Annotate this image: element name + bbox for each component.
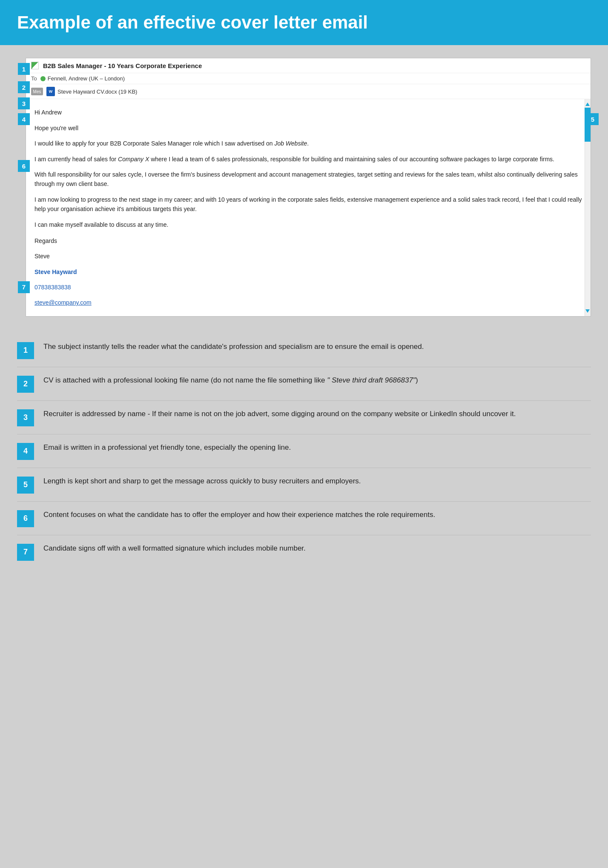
email-body: Hi Andrew Hope you're well I would like …	[26, 99, 591, 316]
email-client-icon	[31, 62, 39, 69]
badge-6: 6	[18, 160, 30, 172]
tips-list: 1 The subject instantly tells the reader…	[17, 334, 591, 568]
word-icon: W	[46, 87, 55, 96]
tip-text-3: Recruiter is addressed by name - If thei…	[43, 408, 591, 420]
page-title: Example of an effective cover letter ema…	[17, 12, 591, 33]
email-signature: Regards Steve Steve Hayward 07838383838 …	[34, 236, 582, 308]
email-body-para-3: With full responsibility for our sales c…	[34, 170, 582, 189]
tip-item-3: 3 Recruiter is addressed by name - If th…	[17, 401, 591, 434]
scroll-up-icon[interactable]	[585, 103, 590, 106]
email-opening: Hope you're well	[34, 123, 582, 133]
email-attachment-row: Mes W Steve Hayward CV.docx (19 KB)	[26, 84, 591, 99]
italic-website: Job Website	[274, 140, 307, 147]
sign-name: Steve	[34, 251, 582, 261]
tip-item-7: 7 Candidate signs off with a well format…	[17, 535, 591, 568]
tip-text-4: Email is written in a professional yet f…	[43, 442, 591, 453]
email-subject-row: B2B Sales Manager - 10 Years Corporate E…	[26, 58, 591, 73]
attachment-filename: Steve Hayward CV.docx (19 KB)	[57, 89, 137, 95]
scroll-down-icon[interactable]	[585, 309, 590, 313]
badge-4: 4	[18, 113, 30, 125]
page-header: Example of an effective cover letter ema…	[0, 0, 608, 45]
email-recipient: Fennell, Andrew (UK – London)	[48, 75, 125, 82]
email-subject: B2B Sales Manager - 10 Years Corporate E…	[43, 62, 202, 69]
tip-badge-7: 7	[17, 544, 34, 561]
tip-badge-6: 6	[17, 510, 34, 527]
tip-text-7: Candidate signs off with a well formatte…	[43, 543, 591, 554]
email-body-para-5: I can make myself available to discuss a…	[34, 220, 582, 229]
tip-text-5: Length is kept short and sharp to get th…	[43, 476, 591, 487]
email-greeting: Hi Andrew	[34, 108, 582, 117]
tip-item-5: 5 Length is kept short and sharp to get …	[17, 468, 591, 502]
tip-text-1: The subject instantly tells the reader w…	[43, 341, 591, 352]
badge-7: 7	[18, 281, 30, 293]
email-body-para-2: I am currently head of sales for Company…	[34, 154, 582, 164]
tip-text-2: CV is attached with a professional looki…	[43, 375, 591, 386]
email-mockup: B2B Sales Manager - 10 Years Corporate E…	[26, 58, 591, 316]
tip-badge-5: 5	[17, 477, 34, 494]
contact-dot	[40, 76, 46, 81]
badge-5: 5	[587, 113, 599, 125]
email-wrapper: 1 2 3 4 5 6 7 B2B Sales Manager - 10 Yea…	[26, 58, 591, 316]
to-label: To	[31, 75, 37, 82]
badge-1: 1	[18, 63, 30, 75]
message-icon: Mes	[31, 88, 43, 95]
email-to-row: To Fennell, Andrew (UK – London)	[26, 73, 591, 84]
tip-badge-1: 1	[17, 342, 34, 359]
badge-2: 2	[18, 81, 30, 93]
tip-text-6: Content focuses on what the candidate ha…	[43, 509, 591, 520]
tip-item-4: 4 Email is written in a professional yet…	[17, 434, 591, 468]
italic-company: Company X	[118, 156, 149, 163]
sig-email: steve@company.com	[34, 298, 582, 307]
tip-item-6: 6 Content focuses on what the candidate …	[17, 502, 591, 535]
sig-full-name: Steve Hayward	[34, 267, 582, 277]
email-body-para-1: I would like to apply for your B2B Corpo…	[34, 139, 582, 148]
email-body-para-4: I am now looking to progress to the next…	[34, 195, 582, 214]
sig-phone: 07838383838	[34, 283, 582, 292]
tip-badge-4: 4	[17, 443, 34, 460]
tip-badge-2: 2	[17, 376, 34, 393]
regards-text: Regards	[34, 236, 582, 246]
main-content: 1 2 3 4 5 6 7 B2B Sales Manager - 10 Yea…	[0, 45, 608, 585]
tip-item-2: 2 CV is attached with a professional loo…	[17, 367, 591, 401]
scrollbar[interactable]	[585, 99, 591, 316]
badge-3: 3	[18, 97, 30, 109]
tip-item-1: 1 The subject instantly tells the reader…	[17, 334, 591, 367]
tip-badge-3: 3	[17, 409, 34, 426]
